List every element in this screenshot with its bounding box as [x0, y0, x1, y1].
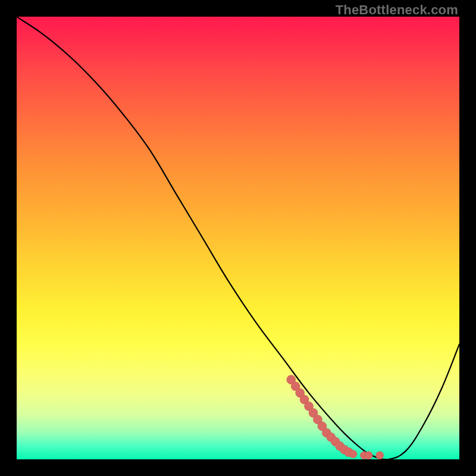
- chart-frame: [17, 17, 459, 459]
- curve-marker: [376, 452, 384, 459]
- curve-marker: [349, 450, 357, 458]
- watermark-text: TheBottleneck.com: [336, 2, 458, 18]
- curve-marker: [365, 452, 372, 459]
- bottleneck-curve: [17, 17, 459, 459]
- chart-svg: [17, 17, 459, 459]
- curve-markers: [287, 375, 384, 459]
